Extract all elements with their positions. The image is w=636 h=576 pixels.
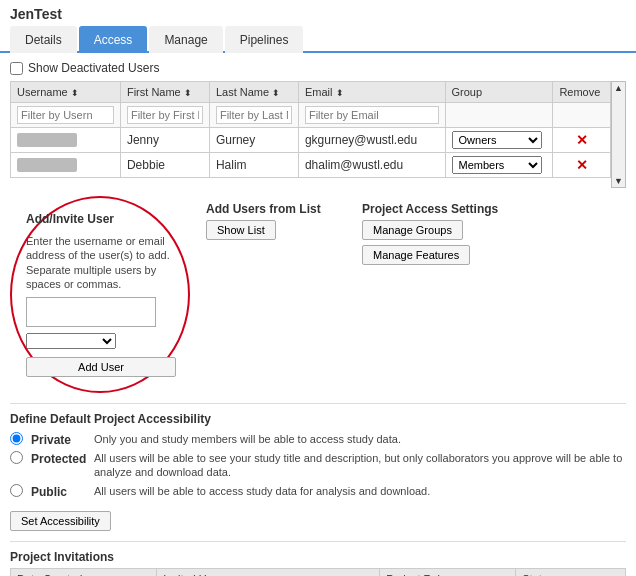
accessibility-title: Define Default Project Accessibility bbox=[10, 412, 626, 426]
show-deactivated-label: Show Deactivated Users bbox=[28, 61, 159, 75]
show-deactivated-checkbox[interactable] bbox=[10, 62, 23, 75]
tab-manage[interactable]: Manage bbox=[149, 26, 222, 53]
inv-col-user: Invited User bbox=[157, 568, 380, 576]
avatar bbox=[17, 133, 77, 147]
sort-icon-firstname: ⬍ bbox=[184, 88, 192, 98]
show-list-button[interactable]: Show List bbox=[206, 220, 276, 240]
set-accessibility-button[interactable]: Set Accessibility bbox=[10, 511, 111, 531]
public-desc: All users will be able to access study d… bbox=[94, 484, 430, 498]
private-label: Private bbox=[31, 432, 86, 447]
cell-lastname: Halim bbox=[209, 153, 298, 178]
group-col-label: Group bbox=[452, 86, 483, 98]
tab-access[interactable]: Access bbox=[79, 26, 148, 53]
col-header-lastname: Last Name ⬍ bbox=[209, 82, 298, 103]
inv-col-status: Status bbox=[516, 568, 626, 576]
table-row: Jenny Gurney gkgurney@wustl.edu Owners M… bbox=[11, 128, 611, 153]
remove-button-row0[interactable]: ✕ bbox=[576, 132, 588, 148]
col-header-firstname: First Name ⬍ bbox=[120, 82, 209, 103]
filter-lastname[interactable] bbox=[216, 106, 292, 124]
add-invite-user-section: Add/Invite User Enter the username or em… bbox=[10, 196, 190, 393]
cell-lastname: Gurney bbox=[209, 128, 298, 153]
sort-icon-lastname: ⬍ bbox=[272, 88, 280, 98]
filter-username[interactable] bbox=[17, 106, 114, 124]
protected-desc: All users will be able to see your study… bbox=[94, 451, 626, 480]
add-users-from-list-section: Add Users from List Show List bbox=[206, 196, 346, 393]
add-user-description: Enter the username or email address of t… bbox=[26, 234, 176, 291]
cell-email: dhalim@wustl.edu bbox=[298, 153, 445, 178]
add-user-input[interactable] bbox=[26, 297, 156, 327]
filter-email[interactable] bbox=[305, 106, 439, 124]
avatar bbox=[17, 158, 77, 172]
remove-button-row1[interactable]: ✕ bbox=[576, 157, 588, 173]
manage-groups-button[interactable]: Manage Groups bbox=[362, 220, 463, 240]
project-access-title: Project Access Settings bbox=[362, 202, 626, 216]
inv-col-date: Date Created bbox=[11, 568, 157, 576]
users-table-wrapper: Username ⬍ First Name ⬍ Last Name ⬍ bbox=[10, 81, 626, 188]
tab-details[interactable]: Details bbox=[10, 26, 77, 53]
tab-pipelines[interactable]: Pipelines bbox=[225, 26, 304, 53]
add-user-title: Add/Invite User bbox=[26, 212, 176, 226]
action-columns: Add/Invite User Enter the username or em… bbox=[10, 196, 626, 393]
app-title: JenTest bbox=[0, 0, 636, 26]
invitations-table: Date Created Invited User Project Role S… bbox=[10, 568, 626, 576]
cell-firstname: Jenny bbox=[120, 128, 209, 153]
accessibility-public-row: Public All users will be able to access … bbox=[10, 484, 626, 499]
add-user-button[interactable]: Add User bbox=[26, 357, 176, 377]
filter-firstname[interactable] bbox=[127, 106, 203, 124]
remove-col-label: Remove bbox=[559, 86, 600, 98]
sort-icon-email: ⬍ bbox=[336, 88, 344, 98]
sort-icon-username: ⬍ bbox=[71, 88, 79, 98]
firstname-col-label: First Name bbox=[127, 86, 181, 98]
project-access-section: Project Access Settings Manage Groups Ma… bbox=[362, 196, 626, 393]
accessibility-protected-row: Protected All users will be able to see … bbox=[10, 451, 626, 480]
accessibility-options: Private Only you and study members will … bbox=[10, 432, 626, 499]
invitations-title: Project Invitations bbox=[10, 550, 626, 564]
radio-private[interactable] bbox=[10, 432, 23, 445]
tabs-bar: Details Access Manage Pipelines bbox=[0, 26, 636, 53]
col-header-group: Group bbox=[445, 82, 553, 103]
add-user-role-select[interactable]: collaborator member owner bbox=[26, 333, 116, 349]
accessibility-private-row: Private Only you and study members will … bbox=[10, 432, 626, 447]
col-header-email: Email ⬍ bbox=[298, 82, 445, 103]
private-desc: Only you and study members will be able … bbox=[94, 432, 401, 446]
main-content: Show Deactivated Users Username ⬍ First … bbox=[0, 53, 636, 576]
cell-email: gkgurney@wustl.edu bbox=[298, 128, 445, 153]
cell-firstname: Debbie bbox=[120, 153, 209, 178]
col-header-remove: Remove bbox=[553, 82, 611, 103]
invitations-section: Project Invitations Date Created Invited… bbox=[10, 541, 626, 576]
users-table: Username ⬍ First Name ⬍ Last Name ⬍ bbox=[10, 81, 611, 178]
radio-protected[interactable] bbox=[10, 451, 23, 464]
scroll-down-arrow[interactable]: ▼ bbox=[614, 176, 623, 186]
group-select-row1[interactable]: Owners Members Collaborators bbox=[452, 156, 542, 174]
inv-col-role: Project Role bbox=[380, 568, 516, 576]
lastname-col-label: Last Name bbox=[216, 86, 269, 98]
username-col-label: Username bbox=[17, 86, 68, 98]
accessibility-section: Define Default Project Accessibility Pri… bbox=[10, 403, 626, 531]
add-from-list-title: Add Users from List bbox=[206, 202, 346, 216]
manage-features-button[interactable]: Manage Features bbox=[362, 245, 470, 265]
public-label: Public bbox=[31, 484, 86, 499]
group-select-row0[interactable]: Owners Members Collaborators bbox=[452, 131, 542, 149]
email-col-label: Email bbox=[305, 86, 333, 98]
radio-public[interactable] bbox=[10, 484, 23, 497]
table-scrollbar[interactable]: ▲ ▼ bbox=[611, 81, 626, 188]
col-header-username: Username ⬍ bbox=[11, 82, 121, 103]
scroll-up-arrow[interactable]: ▲ bbox=[614, 83, 623, 93]
table-row: Debbie Halim dhalim@wustl.edu Owners Mem… bbox=[11, 153, 611, 178]
show-deactivated-row: Show Deactivated Users bbox=[10, 61, 626, 75]
protected-label: Protected bbox=[31, 451, 86, 466]
